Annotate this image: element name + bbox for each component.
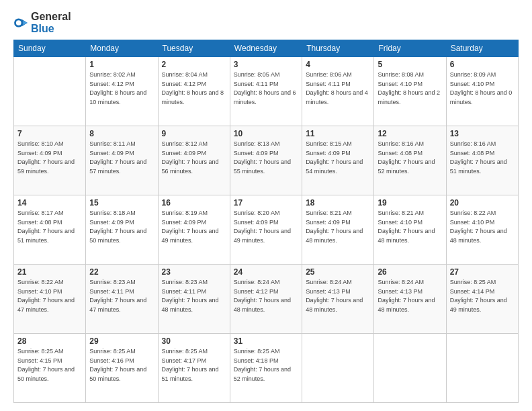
day-info: Sunrise: 8:15 AMSunset: 4:09 PMDaylight:… xyxy=(306,140,370,176)
calendar-cell: 31Sunrise: 8:25 AMSunset: 4:18 PMDayligh… xyxy=(230,334,302,403)
calendar-cell: 17Sunrise: 8:20 AMSunset: 4:09 PMDayligh… xyxy=(230,195,302,265)
weekday-header-friday: Friday xyxy=(374,40,446,57)
calendar-cell: 25Sunrise: 8:24 AMSunset: 4:13 PMDayligh… xyxy=(302,265,374,334)
day-number: 29 xyxy=(89,336,154,346)
day-number: 23 xyxy=(162,267,226,277)
day-number: 30 xyxy=(162,336,226,346)
svg-marker-3 xyxy=(23,20,28,25)
calendar-cell xyxy=(446,334,518,403)
calendar-cell: 27Sunrise: 8:25 AMSunset: 4:14 PMDayligh… xyxy=(446,265,518,334)
calendar-cell: 29Sunrise: 8:25 AMSunset: 4:16 PMDayligh… xyxy=(86,334,158,403)
day-number: 17 xyxy=(234,198,298,208)
day-info: Sunrise: 8:22 AMSunset: 4:10 PMDaylight:… xyxy=(450,209,515,245)
day-number: 26 xyxy=(378,267,442,277)
day-number: 16 xyxy=(162,198,226,208)
week-row-5: 28Sunrise: 8:25 AMSunset: 4:15 PMDayligh… xyxy=(14,334,519,403)
day-info: Sunrise: 8:12 AMSunset: 4:09 PMDaylight:… xyxy=(162,140,226,176)
day-info: Sunrise: 8:24 AMSunset: 4:13 PMDaylight:… xyxy=(378,278,442,314)
day-info: Sunrise: 8:21 AMSunset: 4:10 PMDaylight:… xyxy=(378,209,442,245)
day-number: 10 xyxy=(234,129,298,138)
day-number: 4 xyxy=(306,60,370,69)
day-number: 22 xyxy=(89,267,154,277)
day-info: Sunrise: 8:06 AMSunset: 4:11 PMDaylight:… xyxy=(306,71,370,107)
calendar-cell: 15Sunrise: 8:18 AMSunset: 4:09 PMDayligh… xyxy=(86,195,158,265)
day-info: Sunrise: 8:25 AMSunset: 4:15 PMDaylight:… xyxy=(17,347,82,383)
day-number: 21 xyxy=(17,267,82,277)
calendar-cell xyxy=(302,334,374,403)
day-info: Sunrise: 8:23 AMSunset: 4:11 PMDaylight:… xyxy=(162,278,226,314)
logo-icon xyxy=(13,15,28,30)
calendar-cell: 23Sunrise: 8:23 AMSunset: 4:11 PMDayligh… xyxy=(158,265,230,334)
day-number: 27 xyxy=(450,267,515,277)
calendar-cell: 28Sunrise: 8:25 AMSunset: 4:15 PMDayligh… xyxy=(14,334,86,403)
calendar-cell: 9Sunrise: 8:12 AMSunset: 4:09 PMDaylight… xyxy=(158,126,230,195)
calendar-cell: 13Sunrise: 8:16 AMSunset: 4:08 PMDayligh… xyxy=(446,126,518,195)
day-info: Sunrise: 8:10 AMSunset: 4:09 PMDaylight:… xyxy=(17,140,82,176)
day-info: Sunrise: 8:09 AMSunset: 4:10 PMDaylight:… xyxy=(450,71,515,107)
calendar-cell: 12Sunrise: 8:16 AMSunset: 4:08 PMDayligh… xyxy=(374,126,446,195)
day-info: Sunrise: 8:19 AMSunset: 4:09 PMDaylight:… xyxy=(162,209,226,245)
week-row-3: 14Sunrise: 8:17 AMSunset: 4:08 PMDayligh… xyxy=(14,195,519,265)
day-info: Sunrise: 8:02 AMSunset: 4:12 PMDaylight:… xyxy=(89,71,154,107)
calendar-cell: 20Sunrise: 8:22 AMSunset: 4:10 PMDayligh… xyxy=(446,195,518,265)
day-number: 13 xyxy=(450,129,515,138)
day-number: 28 xyxy=(17,336,82,346)
calendar-cell: 11Sunrise: 8:15 AMSunset: 4:09 PMDayligh… xyxy=(302,126,374,195)
calendar-cell: 6Sunrise: 8:09 AMSunset: 4:10 PMDaylight… xyxy=(446,57,518,126)
weekday-header-row: SundayMondayTuesdayWednesdayThursdayFrid… xyxy=(14,40,519,57)
day-number: 7 xyxy=(17,129,82,138)
day-info: Sunrise: 8:25 AMSunset: 4:14 PMDaylight:… xyxy=(450,278,515,314)
calendar-cell: 3Sunrise: 8:05 AMSunset: 4:11 PMDaylight… xyxy=(230,57,302,126)
calendar-cell: 18Sunrise: 8:21 AMSunset: 4:09 PMDayligh… xyxy=(302,195,374,265)
svg-point-1 xyxy=(16,20,21,26)
day-info: Sunrise: 8:22 AMSunset: 4:10 PMDaylight:… xyxy=(17,278,82,314)
calendar-cell: 5Sunrise: 8:08 AMSunset: 4:10 PMDaylight… xyxy=(374,57,446,126)
calendar-cell: 4Sunrise: 8:06 AMSunset: 4:11 PMDaylight… xyxy=(302,57,374,126)
calendar-cell xyxy=(14,57,86,126)
day-number: 5 xyxy=(378,60,442,69)
day-number: 20 xyxy=(450,198,515,208)
weekday-header-tuesday: Tuesday xyxy=(158,40,230,57)
day-info: Sunrise: 8:08 AMSunset: 4:10 PMDaylight:… xyxy=(378,71,442,107)
day-info: Sunrise: 8:21 AMSunset: 4:09 PMDaylight:… xyxy=(306,209,370,245)
logo-blue: Blue xyxy=(31,23,54,34)
day-number: 19 xyxy=(378,198,442,208)
logo-general: General xyxy=(31,11,71,22)
day-info: Sunrise: 8:23 AMSunset: 4:11 PMDaylight:… xyxy=(89,278,154,314)
calendar-cell xyxy=(374,334,446,403)
day-info: Sunrise: 8:16 AMSunset: 4:08 PMDaylight:… xyxy=(378,140,442,176)
calendar: SundayMondayTuesdayWednesdayThursdayFrid… xyxy=(13,40,519,403)
weekday-header-sunday: Sunday xyxy=(14,40,86,57)
day-info: Sunrise: 8:24 AMSunset: 4:12 PMDaylight:… xyxy=(234,278,298,314)
day-number: 1 xyxy=(89,60,154,69)
logo: General Blue xyxy=(13,11,71,34)
day-info: Sunrise: 8:11 AMSunset: 4:09 PMDaylight:… xyxy=(89,140,154,176)
weekday-header-saturday: Saturday xyxy=(446,40,518,57)
header: General Blue xyxy=(13,11,519,34)
day-number: 8 xyxy=(89,129,154,138)
day-number: 11 xyxy=(306,129,370,138)
calendar-cell: 14Sunrise: 8:17 AMSunset: 4:08 PMDayligh… xyxy=(14,195,86,265)
day-info: Sunrise: 8:25 AMSunset: 4:17 PMDaylight:… xyxy=(162,347,226,383)
calendar-cell: 1Sunrise: 8:02 AMSunset: 4:12 PMDaylight… xyxy=(86,57,158,126)
weekday-header-thursday: Thursday xyxy=(302,40,374,57)
day-number: 12 xyxy=(378,129,442,138)
day-number: 6 xyxy=(450,60,515,69)
day-info: Sunrise: 8:25 AMSunset: 4:16 PMDaylight:… xyxy=(89,347,154,383)
week-row-2: 7Sunrise: 8:10 AMSunset: 4:09 PMDaylight… xyxy=(14,126,519,195)
day-number: 14 xyxy=(17,198,82,208)
day-number: 31 xyxy=(234,336,298,346)
calendar-cell: 2Sunrise: 8:04 AMSunset: 4:12 PMDaylight… xyxy=(158,57,230,126)
day-info: Sunrise: 8:13 AMSunset: 4:09 PMDaylight:… xyxy=(234,140,298,176)
calendar-cell: 8Sunrise: 8:11 AMSunset: 4:09 PMDaylight… xyxy=(86,126,158,195)
day-number: 18 xyxy=(306,198,370,208)
week-row-4: 21Sunrise: 8:22 AMSunset: 4:10 PMDayligh… xyxy=(14,265,519,334)
day-info: Sunrise: 8:05 AMSunset: 4:11 PMDaylight:… xyxy=(234,71,298,107)
day-number: 15 xyxy=(89,198,154,208)
week-row-1: 1Sunrise: 8:02 AMSunset: 4:12 PMDaylight… xyxy=(14,57,519,126)
weekday-header-wednesday: Wednesday xyxy=(230,40,302,57)
calendar-cell: 10Sunrise: 8:13 AMSunset: 4:09 PMDayligh… xyxy=(230,126,302,195)
calendar-cell: 30Sunrise: 8:25 AMSunset: 4:17 PMDayligh… xyxy=(158,334,230,403)
day-number: 3 xyxy=(234,60,298,69)
day-info: Sunrise: 8:17 AMSunset: 4:08 PMDaylight:… xyxy=(17,209,82,245)
